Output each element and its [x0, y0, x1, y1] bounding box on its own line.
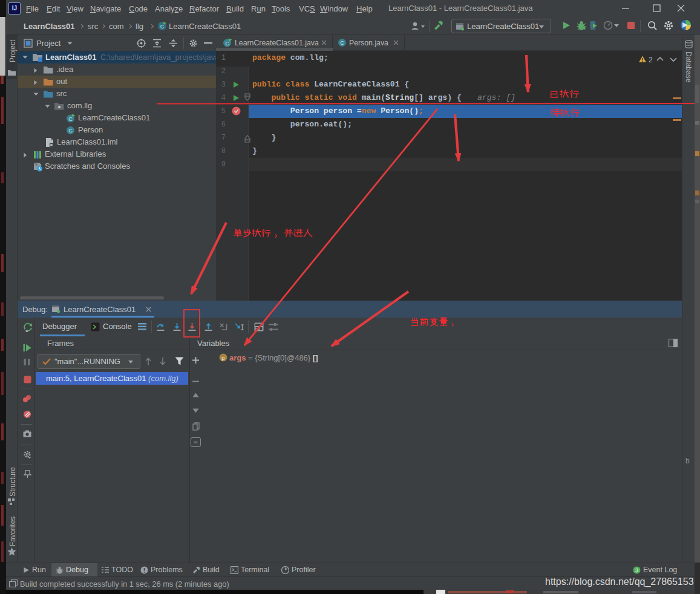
svg-text:p: p	[221, 354, 224, 361]
svg-text:C: C	[68, 116, 73, 122]
svg-text:2: 2	[649, 56, 653, 64]
svg-text:C: C	[225, 41, 229, 47]
svg-text:C: C	[340, 40, 344, 46]
svg-text:3: 3	[635, 567, 638, 573]
svg-text:C: C	[68, 128, 73, 134]
